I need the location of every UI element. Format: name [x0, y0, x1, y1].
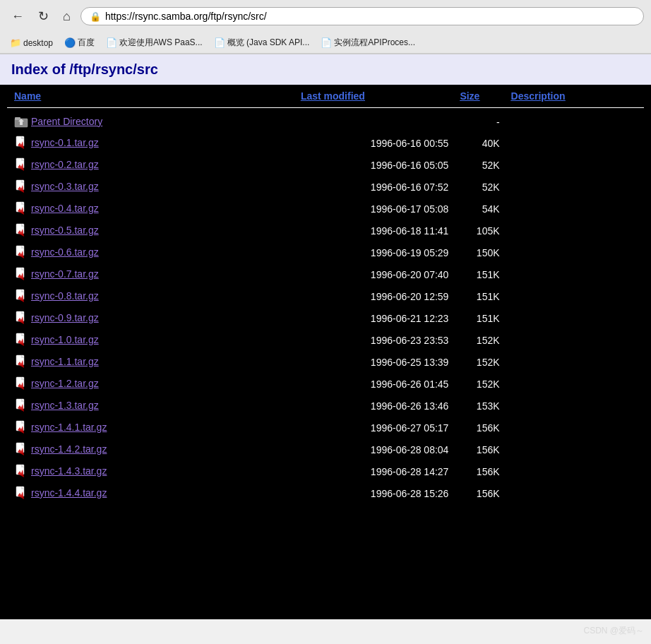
- table-row: rsync-0.8.tar.gz 1996-06-20 12:59 151K: [7, 286, 644, 308]
- browser-chrome: ← ↻ ⌂ 🔒 https://rsync.samba.org/ftp/rsyn…: [0, 0, 651, 54]
- file-desc-cell: [504, 264, 644, 286]
- col-desc-link[interactable]: Description: [511, 90, 566, 102]
- file-icon: [14, 179, 28, 193]
- file-size-cell: 156K: [453, 439, 503, 461]
- file-size-cell: 152K: [453, 330, 503, 352]
- file-link-14[interactable]: rsync-1.4.2.tar.gz: [31, 443, 107, 455]
- file-name-cell: rsync-0.7.tar.gz: [7, 264, 294, 286]
- file-icon: [14, 464, 28, 478]
- table-header-row: Name Last modified Size Description: [7, 85, 644, 108]
- file-size-cell: 54K: [453, 198, 503, 220]
- file-link-11[interactable]: rsync-1.2.tar.gz: [31, 378, 99, 389]
- back-button[interactable]: ←: [7, 6, 28, 27]
- file-icon: [14, 376, 28, 390]
- refresh-button[interactable]: ↻: [34, 6, 53, 27]
- file-link-15[interactable]: rsync-1.4.3.tar.gz: [31, 465, 107, 477]
- file-desc-cell: [504, 417, 644, 439]
- table-row: rsync-1.3.tar.gz 1996-06-26 13:46 153K: [7, 395, 644, 417]
- parent-desc-cell: [504, 112, 644, 133]
- page-title: Index of /ftp/rsync/src: [11, 61, 640, 78]
- parent-dir-link[interactable]: Parent Directory: [31, 116, 102, 127]
- file-desc-cell: [504, 352, 644, 374]
- bookmark-api[interactable]: 📄 实例流程APIProces...: [316, 35, 419, 50]
- file-link-7[interactable]: rsync-0.8.tar.gz: [31, 290, 99, 302]
- file-date-cell: 1996-06-20 12:59: [294, 286, 453, 308]
- table-row: rsync-0.4.tar.gz 1996-06-17 05:08 54K: [7, 198, 644, 220]
- file-name-cell: rsync-0.8.tar.gz: [7, 286, 294, 308]
- bookmark-java-label: 概览 (Java SDK API...: [227, 37, 310, 49]
- file-link-0[interactable]: rsync-0.1.tar.gz: [31, 137, 99, 148]
- file-link-6[interactable]: rsync-0.7.tar.gz: [31, 268, 99, 280]
- file-link-1[interactable]: rsync-0.2.tar.gz: [31, 159, 99, 170]
- url-text: https://rsync.samba.org/ftp/rsync/src/: [105, 11, 635, 22]
- file-name-cell: rsync-1.0.tar.gz: [7, 330, 294, 352]
- file-icon: [14, 289, 28, 303]
- file-name-cell: rsync-0.1.tar.gz: [7, 133, 294, 155]
- file-size-cell: 151K: [453, 286, 503, 308]
- bookmark-java[interactable]: 📄 概览 (Java SDK API...: [210, 35, 314, 50]
- file-desc-cell: [504, 242, 644, 264]
- file-icon: [14, 442, 28, 456]
- file-date-cell: 1996-06-27 05:17: [294, 417, 453, 439]
- col-date-link[interactable]: Last modified: [301, 90, 365, 102]
- file-link-5[interactable]: rsync-0.6.tar.gz: [31, 246, 99, 258]
- col-header-desc[interactable]: Description: [504, 85, 644, 108]
- col-header-size[interactable]: Size: [453, 85, 503, 108]
- file-link-9[interactable]: rsync-1.0.tar.gz: [31, 334, 99, 345]
- file-link-12[interactable]: rsync-1.3.tar.gz: [31, 400, 99, 411]
- file-date-cell: 1996-06-18 11:41: [294, 220, 453, 242]
- col-name-link[interactable]: Name: [14, 90, 41, 102]
- file-name-cell: rsync-0.4.tar.gz: [7, 198, 294, 220]
- bookmark-desktop[interactable]: 📁 desktop: [6, 36, 57, 49]
- file-icon: [14, 157, 28, 172]
- file-size-cell: 152K: [453, 374, 503, 395]
- file-link-16[interactable]: rsync-1.4.4.tar.gz: [31, 487, 107, 499]
- file-size-cell: 150K: [453, 242, 503, 264]
- file-date-cell: 1996-06-16 00:55: [294, 133, 453, 155]
- file-desc-cell: [504, 439, 644, 461]
- page-header: Index of /ftp/rsync/src: [0, 54, 651, 85]
- home-button[interactable]: ⌂: [59, 6, 75, 27]
- file-desc-cell: [504, 395, 644, 417]
- baidu-icon: 🔵: [64, 37, 76, 48]
- table-row: rsync-0.9.tar.gz 1996-06-21 12:23 151K: [7, 308, 644, 330]
- file-desc-cell: [504, 155, 644, 177]
- parent-size-cell: -: [453, 112, 503, 133]
- file-size-cell: 156K: [453, 483, 503, 505]
- file-size-cell: 52K: [453, 155, 503, 177]
- file-link-3[interactable]: rsync-0.4.tar.gz: [31, 203, 99, 214]
- bookmark-baidu-label: 百度: [78, 37, 95, 49]
- file-icon: [14, 245, 28, 259]
- file-size-cell: 105K: [453, 220, 503, 242]
- file-size-cell: 40K: [453, 133, 503, 155]
- file-link-2[interactable]: rsync-0.3.tar.gz: [31, 181, 99, 192]
- parent-date-cell: [294, 112, 453, 133]
- file-date-cell: 1996-06-20 07:40: [294, 264, 453, 286]
- bookmark-baidu[interactable]: 🔵 百度: [60, 35, 99, 50]
- file-date-cell: 1996-06-26 13:46: [294, 395, 453, 417]
- file-link-10[interactable]: rsync-1.1.tar.gz: [31, 356, 99, 367]
- bookmark-aws[interactable]: 📄 欢迎使用AWS PaaS...: [102, 35, 207, 50]
- parent-dir-cell: Parent Directory: [7, 112, 294, 133]
- file-icon: [14, 136, 28, 150]
- file-icon: [14, 398, 28, 412]
- col-header-date[interactable]: Last modified: [294, 85, 453, 108]
- file-date-cell: 1996-06-28 15:26: [294, 483, 453, 505]
- java-icon: 📄: [214, 37, 225, 48]
- col-size-link[interactable]: Size: [460, 90, 479, 102]
- file-link-4[interactable]: rsync-0.5.tar.gz: [31, 225, 99, 236]
- file-link-8[interactable]: rsync-0.9.tar.gz: [31, 312, 99, 323]
- file-desc-cell: [504, 220, 644, 242]
- file-icon: [14, 201, 28, 215]
- file-desc-cell: [504, 177, 644, 198]
- desktop-icon: 📁: [10, 37, 21, 48]
- file-size-cell: 152K: [453, 352, 503, 374]
- bookmark-aws-label: 欢迎使用AWS PaaS...: [119, 37, 203, 49]
- bookmarks-bar: 📁 desktop 🔵 百度 📄 欢迎使用AWS PaaS... 📄 概览 (J…: [0, 32, 651, 54]
- file-icon: [14, 420, 28, 434]
- file-name-cell: rsync-1.4.3.tar.gz: [7, 461, 294, 483]
- col-header-name[interactable]: Name: [7, 85, 294, 108]
- file-size-cell: 156K: [453, 461, 503, 483]
- address-bar[interactable]: 🔒 https://rsync.samba.org/ftp/rsync/src/: [80, 7, 644, 25]
- file-link-13[interactable]: rsync-1.4.1.tar.gz: [31, 422, 107, 433]
